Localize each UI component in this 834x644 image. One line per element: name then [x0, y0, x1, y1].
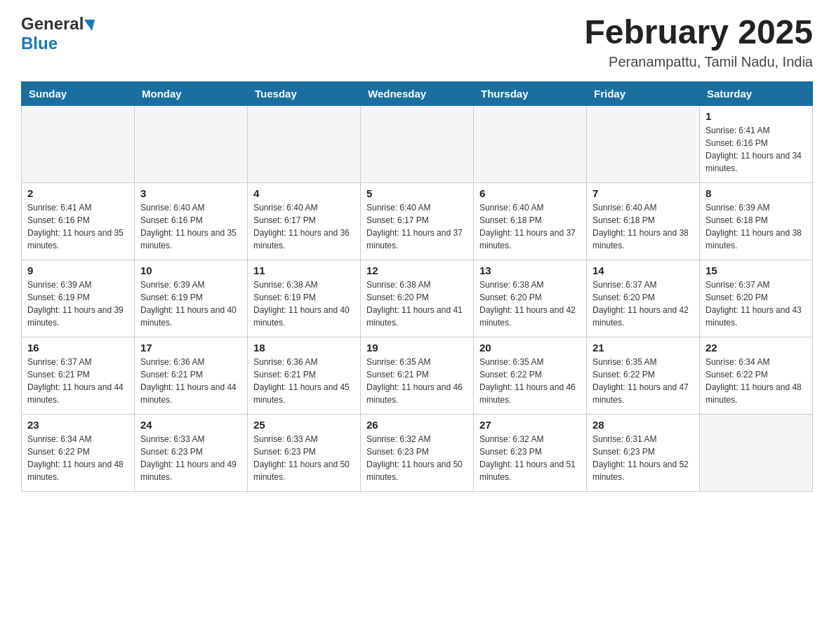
day-number: 7: [593, 187, 694, 199]
day-info: Sunrise: 6:38 AM Sunset: 6:19 PM Dayligh…: [253, 279, 355, 329]
calendar-header-row: SundayMondayTuesdayWednesdayThursdayFrid…: [22, 81, 813, 105]
calendar-day-cell: 21Sunrise: 6:35 AM Sunset: 6:22 PM Dayli…: [587, 337, 700, 414]
day-number: 16: [27, 342, 128, 354]
header: General Blue February 2025 Peranampattu,…: [21, 14, 813, 70]
day-number: 9: [27, 264, 128, 276]
calendar-week-row: 16Sunrise: 6:37 AM Sunset: 6:21 PM Dayli…: [22, 337, 813, 414]
calendar-day-cell: 20Sunrise: 6:35 AM Sunset: 6:22 PM Dayli…: [474, 337, 587, 414]
calendar-day-cell: 14Sunrise: 6:37 AM Sunset: 6:20 PM Dayli…: [587, 260, 700, 337]
day-number: 3: [140, 187, 241, 199]
calendar-week-row: 23Sunrise: 6:34 AM Sunset: 6:22 PM Dayli…: [22, 414, 813, 491]
day-number: 13: [479, 264, 581, 276]
calendar-day-cell: 18Sunrise: 6:36 AM Sunset: 6:21 PM Dayli…: [248, 337, 361, 414]
day-info: Sunrise: 6:35 AM Sunset: 6:22 PM Dayligh…: [593, 356, 694, 406]
day-of-week-header: Monday: [135, 81, 248, 105]
calendar-day-cell: 3Sunrise: 6:40 AM Sunset: 6:16 PM Daylig…: [135, 182, 248, 260]
day-of-week-header: Saturday: [700, 81, 813, 105]
day-number: 11: [253, 264, 355, 276]
day-info: Sunrise: 6:39 AM Sunset: 6:19 PM Dayligh…: [140, 279, 241, 329]
day-number: 5: [366, 187, 468, 199]
day-info: Sunrise: 6:34 AM Sunset: 6:22 PM Dayligh…: [706, 356, 807, 406]
day-info: Sunrise: 6:40 AM Sunset: 6:16 PM Dayligh…: [140, 201, 241, 252]
calendar-week-row: 9Sunrise: 6:39 AM Sunset: 6:19 PM Daylig…: [22, 260, 813, 337]
calendar-day-cell: 13Sunrise: 6:38 AM Sunset: 6:20 PM Dayli…: [474, 260, 587, 337]
day-number: 12: [366, 264, 468, 276]
day-info: Sunrise: 6:41 AM Sunset: 6:16 PM Dayligh…: [27, 201, 128, 252]
calendar-day-cell: 11Sunrise: 6:38 AM Sunset: 6:19 PM Dayli…: [248, 260, 361, 337]
calendar-week-row: 1Sunrise: 6:41 AM Sunset: 6:16 PM Daylig…: [22, 105, 813, 182]
day-number: 22: [706, 342, 807, 354]
calendar-day-cell: [248, 105, 361, 182]
day-of-week-header: Thursday: [474, 81, 587, 105]
day-info: Sunrise: 6:40 AM Sunset: 6:17 PM Dayligh…: [366, 201, 468, 252]
calendar-day-cell: 2Sunrise: 6:41 AM Sunset: 6:16 PM Daylig…: [22, 182, 135, 260]
day-number: 26: [366, 419, 468, 431]
day-number: 4: [253, 187, 355, 199]
day-info: Sunrise: 6:31 AM Sunset: 6:23 PM Dayligh…: [593, 433, 694, 483]
day-number: 25: [253, 419, 355, 431]
calendar-day-cell: 22Sunrise: 6:34 AM Sunset: 6:22 PM Dayli…: [700, 337, 813, 414]
calendar-day-cell: 7Sunrise: 6:40 AM Sunset: 6:18 PM Daylig…: [587, 182, 700, 260]
calendar-day-cell: 25Sunrise: 6:33 AM Sunset: 6:23 PM Dayli…: [248, 414, 361, 491]
day-number: 20: [479, 342, 581, 354]
day-info: Sunrise: 6:35 AM Sunset: 6:22 PM Dayligh…: [479, 356, 581, 406]
day-info: Sunrise: 6:37 AM Sunset: 6:20 PM Dayligh…: [593, 279, 694, 329]
day-info: Sunrise: 6:39 AM Sunset: 6:19 PM Dayligh…: [27, 279, 128, 329]
calendar-day-cell: 19Sunrise: 6:35 AM Sunset: 6:21 PM Dayli…: [361, 337, 474, 414]
calendar-day-cell: 26Sunrise: 6:32 AM Sunset: 6:23 PM Dayli…: [361, 414, 474, 491]
day-info: Sunrise: 6:40 AM Sunset: 6:18 PM Dayligh…: [479, 201, 581, 252]
day-info: Sunrise: 6:41 AM Sunset: 6:16 PM Dayligh…: [706, 124, 807, 175]
month-title: February 2025: [584, 14, 813, 51]
day-number: 18: [253, 342, 355, 354]
day-of-week-header: Sunday: [22, 81, 135, 105]
logo-arrow-icon: [84, 20, 95, 31]
day-number: 15: [706, 264, 807, 276]
day-number: 1: [706, 110, 807, 122]
day-info: Sunrise: 6:32 AM Sunset: 6:23 PM Dayligh…: [479, 433, 581, 483]
day-info: Sunrise: 6:32 AM Sunset: 6:23 PM Dayligh…: [366, 433, 468, 483]
day-of-week-header: Tuesday: [248, 81, 361, 105]
calendar-day-cell: 9Sunrise: 6:39 AM Sunset: 6:19 PM Daylig…: [22, 260, 135, 337]
day-number: 23: [27, 419, 128, 431]
day-info: Sunrise: 6:38 AM Sunset: 6:20 PM Dayligh…: [366, 279, 468, 329]
calendar-day-cell: [361, 105, 474, 182]
calendar-day-cell: [474, 105, 587, 182]
calendar-day-cell: 1Sunrise: 6:41 AM Sunset: 6:16 PM Daylig…: [700, 105, 813, 182]
calendar-day-cell: 17Sunrise: 6:36 AM Sunset: 6:21 PM Dayli…: [135, 337, 248, 414]
calendar-day-cell: 16Sunrise: 6:37 AM Sunset: 6:21 PM Dayli…: [22, 337, 135, 414]
day-info: Sunrise: 6:33 AM Sunset: 6:23 PM Dayligh…: [253, 433, 355, 483]
day-number: 2: [27, 187, 128, 199]
day-info: Sunrise: 6:40 AM Sunset: 6:18 PM Dayligh…: [593, 201, 694, 252]
calendar-day-cell: 24Sunrise: 6:33 AM Sunset: 6:23 PM Dayli…: [135, 414, 248, 491]
calendar-day-cell: [700, 414, 813, 491]
day-info: Sunrise: 6:33 AM Sunset: 6:23 PM Dayligh…: [140, 433, 241, 483]
day-of-week-header: Wednesday: [361, 81, 474, 105]
calendar-day-cell: 5Sunrise: 6:40 AM Sunset: 6:17 PM Daylig…: [361, 182, 474, 260]
day-number: 28: [593, 419, 694, 431]
calendar-day-cell: [587, 105, 700, 182]
day-number: 8: [706, 187, 807, 199]
day-info: Sunrise: 6:40 AM Sunset: 6:17 PM Dayligh…: [253, 201, 355, 252]
day-number: 6: [479, 187, 581, 199]
calendar-day-cell: 27Sunrise: 6:32 AM Sunset: 6:23 PM Dayli…: [474, 414, 587, 491]
day-number: 27: [479, 419, 581, 431]
day-number: 14: [593, 264, 694, 276]
day-info: Sunrise: 6:37 AM Sunset: 6:21 PM Dayligh…: [27, 356, 128, 406]
calendar-day-cell: 8Sunrise: 6:39 AM Sunset: 6:18 PM Daylig…: [700, 182, 813, 260]
calendar-week-row: 2Sunrise: 6:41 AM Sunset: 6:16 PM Daylig…: [22, 182, 813, 260]
calendar-day-cell: 23Sunrise: 6:34 AM Sunset: 6:22 PM Dayli…: [22, 414, 135, 491]
location-title: Peranampattu, Tamil Nadu, India: [584, 54, 813, 70]
day-number: 21: [593, 342, 694, 354]
calendar-day-cell: 4Sunrise: 6:40 AM Sunset: 6:17 PM Daylig…: [248, 182, 361, 260]
day-number: 19: [366, 342, 468, 354]
calendar-day-cell: [22, 105, 135, 182]
day-info: Sunrise: 6:36 AM Sunset: 6:21 PM Dayligh…: [253, 356, 355, 406]
day-info: Sunrise: 6:34 AM Sunset: 6:22 PM Dayligh…: [27, 433, 128, 483]
calendar-day-cell: 28Sunrise: 6:31 AM Sunset: 6:23 PM Dayli…: [587, 414, 700, 491]
logo: General Blue: [21, 14, 95, 53]
logo-general: General: [21, 14, 84, 34]
day-info: Sunrise: 6:37 AM Sunset: 6:20 PM Dayligh…: [706, 279, 807, 329]
title-area: February 2025 Peranampattu, Tamil Nadu, …: [584, 14, 813, 70]
day-number: 17: [140, 342, 241, 354]
calendar-day-cell: 15Sunrise: 6:37 AM Sunset: 6:20 PM Dayli…: [700, 260, 813, 337]
